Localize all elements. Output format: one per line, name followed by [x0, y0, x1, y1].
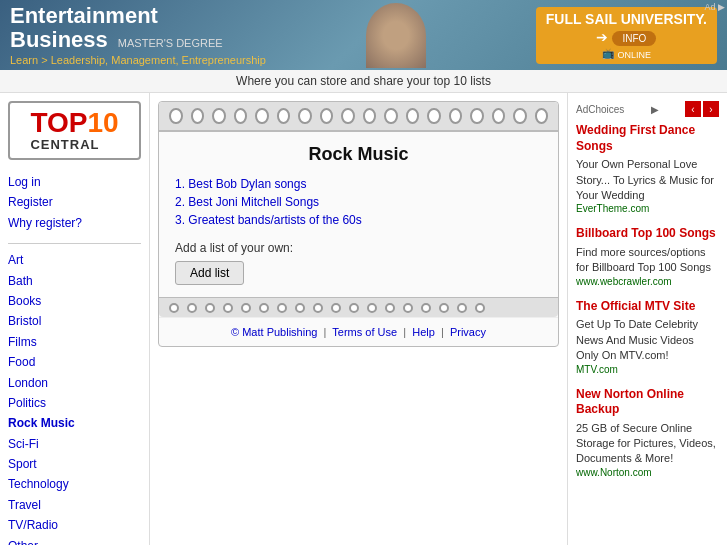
ring: [341, 108, 355, 124]
ad-item-2-title: Billboard Top 100 Songs: [576, 226, 719, 242]
ring-sm: [403, 303, 413, 313]
notebook: Rock Music 1. Best Bob Dylan songs 2. Be…: [158, 101, 559, 347]
banner-online-label: ONLINE: [618, 50, 652, 60]
ring: [191, 108, 205, 124]
ring: [535, 108, 549, 124]
ring: [255, 108, 269, 124]
banner-info-button[interactable]: INFO: [612, 31, 656, 46]
notebook-rings-top: [159, 102, 558, 132]
logo-box: TOP 10 CENTRAL: [8, 101, 141, 160]
ring: [449, 108, 463, 124]
list-link-2[interactable]: Best Joni Mitchell Songs: [188, 195, 319, 209]
why-register-link[interactable]: Why register?: [8, 213, 141, 233]
ad-nav: ‹ ›: [685, 101, 719, 117]
logo-central: CENTRAL: [30, 137, 99, 152]
sidebar-item-travel[interactable]: Travel: [8, 495, 141, 515]
ad-item-3-url: MTV.com: [576, 364, 719, 375]
subheader: Where you can store and share your top 1…: [0, 70, 727, 93]
ring: [277, 108, 291, 124]
sidebar-auth: Log in Register Why register?: [8, 172, 141, 233]
ring-sm: [385, 303, 395, 313]
banner-person-image: [366, 3, 426, 68]
list-link-1[interactable]: Best Bob Dylan songs: [188, 177, 306, 191]
main-content: Rock Music 1. Best Bob Dylan songs 2. Be…: [150, 93, 567, 545]
sidebar-item-books[interactable]: Books: [8, 291, 141, 311]
sidebar-item-rock-music[interactable]: Rock Music: [8, 413, 141, 433]
ring-sm: [295, 303, 305, 313]
sidebar: TOP 10 CENTRAL Log in Register Why regis…: [0, 93, 150, 545]
ring-sm: [475, 303, 485, 313]
ring-sm: [187, 303, 197, 313]
sidebar-item-sport[interactable]: Sport: [8, 454, 141, 474]
ad-item-4-url: www.Norton.com: [576, 467, 719, 478]
banner-text: Entertainment Business MASTER'S DEGREE L…: [10, 4, 266, 66]
banner-learn: Learn > Leadership, Management, Entrepre…: [10, 54, 266, 66]
ring: [234, 108, 248, 124]
ad-item-3-title: The Official MTV Site: [576, 299, 719, 315]
ring-sm: [421, 303, 431, 313]
sidebar-item-bristol[interactable]: Bristol: [8, 311, 141, 331]
sidebar-item-art[interactable]: Art: [8, 250, 141, 270]
ad-next-button[interactable]: ›: [703, 101, 719, 117]
ad-item-4: New Norton Online Backup 25 GB of Secure…: [576, 387, 719, 478]
ad-item-3-link[interactable]: The Official MTV Site: [576, 299, 695, 313]
ad-choices-icon: ▶: [651, 104, 659, 115]
ring-sm: [205, 303, 215, 313]
sidebar-item-bath[interactable]: Bath: [8, 271, 141, 291]
sidebar-divider: [8, 243, 141, 244]
ad-item-1-link[interactable]: Wedding First Dance Songs: [576, 123, 695, 153]
add-list-button[interactable]: Add list: [175, 261, 244, 285]
list-link-3[interactable]: Greatest bands/artists of the 60s: [188, 213, 361, 227]
logo-10: 10: [87, 109, 118, 137]
notebook-content: Rock Music 1. Best Bob Dylan songs 2. Be…: [159, 132, 558, 297]
login-link[interactable]: Log in: [8, 172, 141, 192]
footer-copyright[interactable]: © Matt Publishing: [231, 326, 317, 338]
ring-sm: [241, 303, 251, 313]
ring-sm: [259, 303, 269, 313]
ad-prev-button[interactable]: ‹: [685, 101, 701, 117]
ad-item-4-link[interactable]: New Norton Online Backup: [576, 387, 684, 417]
sidebar-item-tvradio[interactable]: TV/Radio: [8, 515, 141, 535]
register-link[interactable]: Register: [8, 192, 141, 212]
sidebar-item-films[interactable]: Films: [8, 332, 141, 352]
banner: Entertainment Business MASTER'S DEGREE L…: [0, 0, 727, 70]
footer-help[interactable]: Help: [412, 326, 435, 338]
footer-terms[interactable]: Terms of Use: [332, 326, 397, 338]
sidebar-item-london[interactable]: London: [8, 373, 141, 393]
ad-item-1-url: EverTheme.com: [576, 203, 719, 214]
ring: [363, 108, 377, 124]
sidebar-nav: Art Bath Books Bristol Films Food London…: [8, 250, 141, 545]
ad-item-2-link[interactable]: Billboard Top 100 Songs: [576, 226, 716, 240]
list-items: 1. Best Bob Dylan songs 2. Best Joni Mit…: [175, 177, 542, 227]
ad-sidebar: AdChoices ▶ ‹ › Wedding First Dance Song…: [567, 93, 727, 545]
logo-top: TOP: [30, 109, 87, 137]
ad-item-1: Wedding First Dance Songs Your Own Perso…: [576, 123, 719, 214]
subheader-text: Where you can store and share your top 1…: [236, 74, 491, 88]
sidebar-item-politics[interactable]: Politics: [8, 393, 141, 413]
ring: [427, 108, 441, 124]
list-item: 1. Best Bob Dylan songs: [175, 177, 542, 191]
ad-item-3-desc: Get Up To Date Celebrity News And Music …: [576, 317, 719, 363]
sidebar-item-technology[interactable]: Technology: [8, 474, 141, 494]
ad-item-2-url: www.webcrawler.com: [576, 276, 719, 287]
ring-sm: [277, 303, 287, 313]
sidebar-item-scifi[interactable]: Sci-Fi: [8, 434, 141, 454]
logo-text: TOP 10 CENTRAL: [30, 109, 118, 152]
ad-item-1-title: Wedding First Dance Songs: [576, 123, 719, 154]
sidebar-item-other[interactable]: Other: [8, 536, 141, 545]
notebook-footer: © Matt Publishing | Terms of Use | Help …: [159, 317, 558, 346]
banner-ad-label: Ad ▶: [704, 2, 725, 12]
ring: [470, 108, 484, 124]
ring-sm: [367, 303, 377, 313]
footer-privacy[interactable]: Privacy: [450, 326, 486, 338]
ad-item-2-desc: Find more sources/options for Billboard …: [576, 245, 719, 276]
ring: [406, 108, 420, 124]
ring: [298, 108, 312, 124]
banner-entertainment: Entertainment: [10, 4, 158, 28]
ring-sm: [439, 303, 449, 313]
sidebar-item-food[interactable]: Food: [8, 352, 141, 372]
notebook-title: Rock Music: [175, 144, 542, 165]
ad-item-4-title: New Norton Online Backup: [576, 387, 719, 418]
banner-fullsail-box[interactable]: FULL SAIL UNIVERSITY. ➔ INFO 📺 ONLINE: [536, 7, 717, 64]
ring: [169, 108, 183, 124]
